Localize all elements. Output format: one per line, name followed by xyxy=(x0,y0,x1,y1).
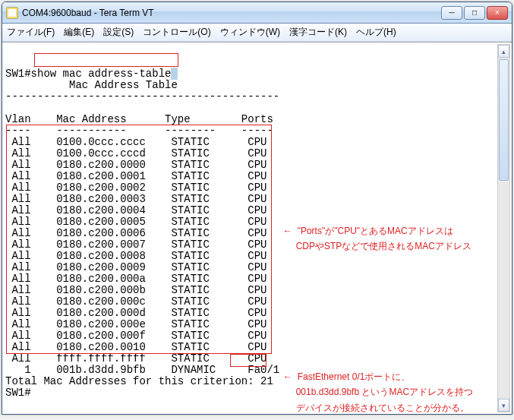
app-icon xyxy=(6,7,18,19)
title-bar[interactable]: COM4:9600baud - Tera Term VT ─ □ × xyxy=(2,2,512,24)
menu-window[interactable]: ウィンドウ(W) xyxy=(220,26,280,39)
close-button[interactable]: × xyxy=(487,6,508,20)
table-header: Vlan Mac Address Type Ports xyxy=(5,113,273,125)
scroll-up-button[interactable]: ▴ xyxy=(498,45,509,58)
annotation-dynamic: ← FastEthernet 0/1ポートに、 001b.d3dd.9bfb と… xyxy=(283,369,473,415)
menu-edit[interactable]: 編集(E) xyxy=(64,26,94,39)
table-row-dynamic: 1 001b.d3dd.9bfb DYNAMIC xyxy=(5,364,248,376)
maximize-button[interactable]: □ xyxy=(464,6,485,20)
total-line: Total Mac Addresses for this criterion: … xyxy=(5,375,273,387)
app-window: COM4:9600baud - Tera Term VT ─ □ × ファイル(… xyxy=(2,2,512,415)
menu-help[interactable]: ヘルプ(H) xyxy=(356,26,396,39)
minimize-button[interactable]: ─ xyxy=(441,6,462,20)
window-title: COM4:9600baud - Tera Term VT xyxy=(22,8,441,18)
terminal-area[interactable]: SW1#show mac address-table Mac Address T… xyxy=(2,42,512,414)
menu-bar: ファイル(F) 編集(E) 設定(S) コントロール(O) ウィンドウ(W) 漢… xyxy=(2,24,512,42)
table-title: Mac Address Table xyxy=(69,79,178,91)
arrow-left-icon: ← xyxy=(283,371,292,382)
annotation-cpu: ← "Ports"が"CPU"とあるMACアドレスは CDPやSTPなどで使用さ… xyxy=(283,223,471,254)
title-dash: ----------------------------------------… xyxy=(5,90,279,103)
menu-file[interactable]: ファイル(F) xyxy=(7,26,55,39)
highlight-command xyxy=(34,53,178,67)
menu-kanji[interactable]: 漢字コード(K) xyxy=(289,26,347,39)
prompt: SW1# xyxy=(5,68,31,80)
menu-control[interactable]: コントロール(O) xyxy=(143,26,210,39)
vertical-scrollbar[interactable]: ▴ ▾ xyxy=(497,44,510,412)
scroll-down-button[interactable]: ▾ xyxy=(498,399,509,412)
chevron-up-icon: ▴ xyxy=(502,48,506,55)
menu-setup[interactable]: 設定(S) xyxy=(103,26,134,39)
prompt: SW1# xyxy=(5,387,31,399)
arrow-left-icon: ← xyxy=(283,226,292,236)
highlight-static-rows xyxy=(6,125,272,354)
chevron-down-icon: ▾ xyxy=(502,402,506,409)
cursor xyxy=(171,68,177,80)
scroll-thumb[interactable] xyxy=(499,59,509,181)
table-row: All ffff.ffff.ffff STATIC CPU xyxy=(5,352,266,365)
highlight-dynamic-port xyxy=(230,354,266,367)
command-text: show mac address-table xyxy=(31,68,172,80)
